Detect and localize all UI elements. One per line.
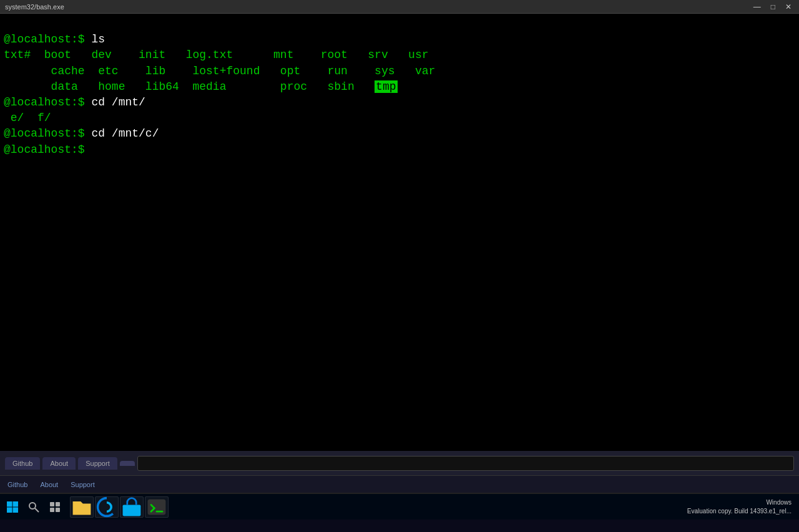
watermark-line2: Evaluation copy. Build 14393.e1_rel... xyxy=(687,508,792,515)
svg-rect-1 xyxy=(13,501,19,507)
prompt-4: @localhost:$ xyxy=(4,143,91,156)
start-button[interactable] xyxy=(2,497,22,517)
task-view-button[interactable] xyxy=(45,497,65,517)
watermark-line1: Windows xyxy=(766,499,792,506)
store-button[interactable] xyxy=(120,496,144,518)
svg-rect-9 xyxy=(56,508,60,512)
file-explorer-icon xyxy=(71,496,93,518)
prompt-2: @localhost:$ xyxy=(4,96,91,109)
tmp-highlight: tmp xyxy=(375,80,397,93)
taskbar-apps xyxy=(70,496,169,518)
edge-button[interactable] xyxy=(95,496,119,518)
browser-tab-active[interactable] xyxy=(120,461,135,466)
title-bar-text: system32/bash.exe xyxy=(5,3,64,11)
title-bar: system32/bash.exe — □ ✕ xyxy=(0,0,799,14)
maximize-button[interactable]: □ xyxy=(768,2,778,11)
svg-rect-7 xyxy=(56,502,60,506)
ls-output-line2: cache etc lib lost+found opt run sys var xyxy=(4,65,435,77)
terminal-button[interactable] xyxy=(145,496,169,518)
browser-tab-about[interactable]: About xyxy=(42,457,76,470)
close-button[interactable]: ✕ xyxy=(783,2,794,11)
browser-links: Github About Support xyxy=(0,476,799,493)
taskbar-right: Windows Evaluation copy. Build 14393.e1_… xyxy=(687,498,797,516)
ls-output-line1: txt# boot dev init log.txt mnt root srv … xyxy=(4,49,429,61)
terminal-icon xyxy=(145,496,168,518)
browser-tab-support[interactable]: Support xyxy=(78,457,117,470)
taskbar-area: Github About Support Github About Suppor… xyxy=(0,451,799,532)
terminal-window[interactable]: @localhost:$ ls txt# boot dev init log.t… xyxy=(0,14,799,451)
windows-taskbar: Windows Evaluation copy. Build 14393.e1_… xyxy=(0,493,799,520)
command-3: cd /mnt/c/ xyxy=(91,127,159,140)
svg-rect-8 xyxy=(50,508,54,512)
windows-icon xyxy=(6,501,19,513)
browser-link-about[interactable]: About xyxy=(40,481,58,488)
svg-rect-10 xyxy=(123,505,141,516)
minimize-button[interactable]: — xyxy=(751,2,763,11)
file-explorer-button[interactable] xyxy=(70,496,94,518)
svg-rect-2 xyxy=(7,507,12,513)
svg-rect-3 xyxy=(13,507,19,513)
svg-rect-11 xyxy=(148,499,166,515)
ls-output-mnt: e/ f/ xyxy=(4,112,51,124)
prompt-1: @localhost:$ xyxy=(4,33,91,46)
browser-bar: Github About Support xyxy=(0,451,799,476)
svg-rect-6 xyxy=(50,502,54,506)
command-2: cd /mnt/ xyxy=(91,96,145,109)
ls-output-line3: data home lib64 media proc sbin tmp xyxy=(4,80,398,93)
search-icon xyxy=(27,501,40,513)
svg-point-4 xyxy=(29,503,36,509)
svg-line-5 xyxy=(35,508,39,512)
task-view-icon xyxy=(49,501,61,513)
browser-tab-github[interactable]: Github xyxy=(5,457,40,470)
taskbar-start-area xyxy=(2,497,65,517)
title-bar-controls: — □ ✕ xyxy=(751,2,794,11)
windows-watermark-text: Windows Evaluation copy. Build 14393.e1_… xyxy=(687,498,792,516)
search-button[interactable] xyxy=(24,497,44,517)
svg-rect-0 xyxy=(7,501,12,507)
browser-link-support[interactable]: Support xyxy=(71,481,95,488)
prompt-3: @localhost:$ xyxy=(4,127,91,140)
edge-icon xyxy=(96,496,118,518)
terminal-content: @localhost:$ ls txt# boot dev init log.t… xyxy=(4,16,795,448)
address-bar[interactable] xyxy=(137,456,794,471)
command-1: ls xyxy=(91,33,105,46)
browser-link-github[interactable]: Github xyxy=(7,481,27,488)
store-icon xyxy=(120,496,143,518)
